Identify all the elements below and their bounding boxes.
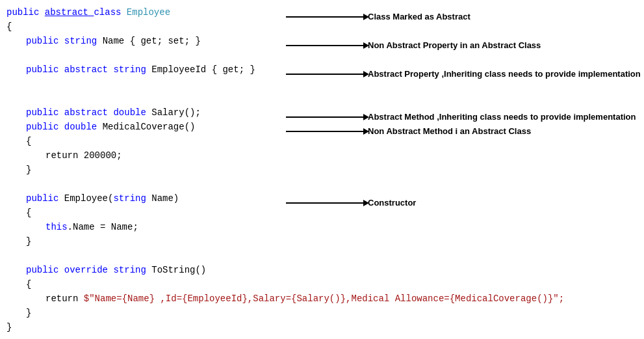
- code-line: [0, 249, 644, 263]
- code-line: [0, 177, 644, 191]
- annotation-ann3: Abstract Property ,Inheriting class need…: [286, 69, 641, 79]
- arrow-line: [286, 45, 364, 46]
- annotation-label: Constructor: [368, 198, 416, 208]
- code-line: return $"Name={Name} ,Id={EmployeeId},Sa…: [0, 292, 644, 306]
- code-line: }: [0, 234, 644, 249]
- code-line: }: [0, 306, 644, 320]
- line-content: {: [0, 208, 31, 218]
- line-content: public double MedicalCoverage(): [0, 122, 195, 132]
- code-line: {: [0, 277, 644, 292]
- line-content: {: [0, 279, 31, 290]
- line-content: }: [0, 322, 12, 332]
- line-content: }: [0, 236, 31, 247]
- annotation-ann1: Class Marked as Abstract: [286, 12, 470, 21]
- arrow-line: [286, 131, 364, 132]
- line-content: {: [0, 136, 31, 146]
- line-content: }: [0, 165, 31, 175]
- annotation-ann6: Constructor: [286, 198, 416, 208]
- arrow-line: [286, 74, 364, 75]
- line-content: public override string ToString(): [0, 265, 206, 275]
- annotation-ann5: Non Abstract Method i an Abstract Class: [286, 126, 531, 136]
- code-line: [0, 91, 644, 105]
- line-content: this.Name = Name;: [0, 222, 138, 232]
- code-line: }: [0, 163, 644, 177]
- arrow-line: [286, 116, 364, 118]
- line-content: public abstract class Employee: [0, 7, 170, 18]
- line-content: public Employee(string Name): [0, 193, 179, 204]
- code-line: {: [0, 134, 644, 148]
- code-line: public override string ToString(): [0, 263, 644, 277]
- line-content: return $"Name={Name} ,Id={EmployeeId},Sa…: [0, 293, 564, 304]
- line-content: {: [0, 21, 12, 32]
- code-line: return 200000;: [0, 148, 644, 163]
- annotation-label: Non Abstract Method i an Abstract Class: [368, 126, 531, 136]
- code-block: public abstract class Employee{public st…: [0, 0, 644, 339]
- code-line: {: [0, 20, 644, 34]
- line-content: }: [0, 308, 31, 318]
- code-line: this.Name = Name;: [0, 220, 644, 234]
- code-line: [0, 48, 644, 62]
- annotation-ann4: Abstract Method ,Inheriting class needs …: [286, 112, 636, 122]
- arrow-line: [286, 202, 364, 204]
- annotation-label: Abstract Method ,Inheriting class needs …: [368, 112, 636, 122]
- code-line: }: [0, 320, 644, 334]
- line-content: return 200000;: [0, 150, 122, 161]
- annotation-label: Abstract Property ,Inheriting class need…: [368, 69, 641, 79]
- line-content: public string Name { get; set; }: [0, 36, 201, 46]
- annotation-label: Class Marked as Abstract: [368, 12, 470, 21]
- annotation-ann2: Non Abstract Property in an Abstract Cla…: [286, 40, 541, 50]
- annotation-label: Non Abstract Property in an Abstract Cla…: [368, 40, 541, 50]
- line-content: public abstract double Salary();: [0, 107, 201, 118]
- code-line: {: [0, 206, 644, 220]
- line-content: public abstract string EmployeeId { get;…: [0, 64, 255, 75]
- arrow-line: [286, 16, 364, 18]
- code-line: [0, 77, 644, 91]
